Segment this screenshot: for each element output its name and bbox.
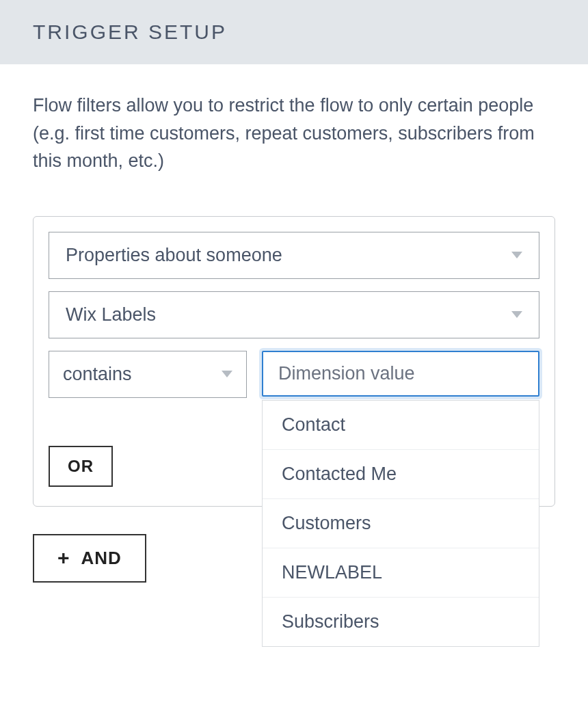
- panel-header: TRIGGER SETUP: [0, 0, 588, 64]
- value-option[interactable]: NEWLABEL: [263, 548, 539, 598]
- panel-title: TRIGGER SETUP: [33, 21, 555, 44]
- condition-type-label: Properties about someone: [66, 245, 282, 266]
- value-option[interactable]: Contacted Me: [263, 450, 539, 499]
- value-option[interactable]: Customers: [263, 499, 539, 548]
- and-button[interactable]: + AND: [33, 534, 146, 583]
- filter-description: Flow filters allow you to restrict the f…: [0, 92, 588, 175]
- operator-select[interactable]: contains: [49, 351, 247, 398]
- and-button-label: AND: [81, 548, 122, 569]
- or-button-label: OR: [68, 457, 94, 475]
- chevron-down-icon: [222, 371, 232, 377]
- operator-label: contains: [63, 364, 132, 385]
- chevron-down-icon: [511, 252, 522, 258]
- plus-icon: +: [57, 548, 70, 568]
- value-combobox: Contact Contacted Me Customers NEWLABEL …: [262, 351, 539, 397]
- filter-group: Properties about someone Wix Labels cont…: [33, 216, 555, 507]
- property-select[interactable]: Wix Labels: [49, 291, 539, 338]
- or-button[interactable]: OR: [49, 446, 113, 487]
- dimension-value-input[interactable]: [262, 351, 539, 397]
- chevron-down-icon: [511, 311, 522, 318]
- value-option[interactable]: Subscribers: [263, 598, 539, 646]
- value-dropdown: Contact Contacted Me Customers NEWLABEL …: [262, 400, 539, 647]
- value-option[interactable]: Contact: [263, 401, 539, 450]
- property-label: Wix Labels: [66, 304, 156, 325]
- condition-type-select[interactable]: Properties about someone: [49, 232, 539, 279]
